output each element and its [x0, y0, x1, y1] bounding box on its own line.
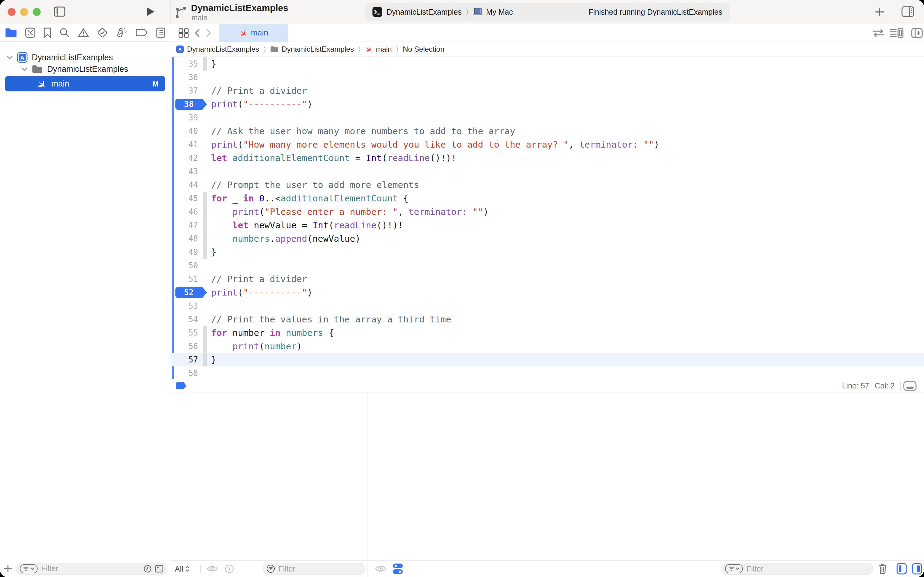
tests-navigator-icon[interactable] — [97, 27, 108, 38]
issues-navigator-icon[interactable] — [78, 28, 89, 38]
variables-view-pane[interactable] — [171, 392, 368, 560]
code-line[interactable]: 42let additionalElementCount = Int(readL… — [171, 151, 924, 165]
code-line[interactable]: 51// Print a divider — [171, 272, 924, 286]
code-line[interactable]: 56 print(number) — [171, 340, 924, 353]
adjust-editor-bar-icon[interactable] — [903, 381, 917, 391]
code-line[interactable]: 50 — [171, 259, 924, 272]
code-line[interactable]: 53 — [171, 299, 924, 313]
code-line[interactable]: 36 — [171, 71, 924, 84]
fold-ribbon[interactable] — [203, 245, 207, 259]
line-number[interactable]: 42 — [171, 151, 198, 165]
fold-ribbon[interactable] — [203, 192, 207, 205]
disclosure-chevron-icon[interactable] — [7, 55, 13, 61]
code-line[interactable]: 38print("----------") — [171, 97, 924, 111]
toggle-inspector-icon[interactable] — [901, 6, 914, 17]
line-number[interactable]: 48 — [171, 232, 198, 245]
zoom-window-button[interactable] — [33, 8, 41, 16]
line-number[interactable]: 51 — [171, 272, 198, 286]
fold-ribbon[interactable] — [203, 57, 207, 71]
go-back-icon[interactable] — [194, 28, 200, 38]
line-number[interactable]: 55 — [171, 326, 198, 340]
jumpbar-segment-file[interactable]: main — [365, 45, 392, 53]
code-line[interactable]: 41print("How many more elements would yo… — [171, 138, 924, 151]
line-number[interactable]: 54 — [171, 313, 198, 326]
reports-navigator-icon[interactable] — [156, 27, 165, 38]
related-items-icon[interactable] — [179, 28, 189, 38]
code-line[interactable]: 39 — [171, 111, 924, 124]
run-destination[interactable]: My Mac — [486, 8, 513, 16]
code-line[interactable]: 43 — [171, 165, 924, 178]
filter-icon[interactable] — [20, 564, 38, 573]
console-quicklook-eye-icon[interactable] — [375, 564, 387, 573]
fold-ribbon[interactable] — [203, 340, 207, 353]
breakpoint-flag-icon[interactable] — [176, 382, 187, 389]
variables-filter-input[interactable] — [278, 564, 361, 574]
tree-item-group[interactable]: DynamicListExamples — [0, 63, 170, 75]
find-navigator-icon[interactable] — [59, 27, 70, 38]
code-review-icon[interactable] — [872, 29, 885, 37]
project-navigator-icon[interactable] — [5, 28, 17, 38]
breakpoint-indicator[interactable]: 52 — [175, 287, 202, 298]
line-number[interactable]: 45 — [171, 192, 198, 205]
fold-ribbon[interactable] — [203, 219, 207, 232]
line-number[interactable]: 43 — [171, 165, 198, 178]
breakpoints-navigator-icon[interactable] — [136, 29, 148, 37]
console-filter-input[interactable] — [746, 564, 869, 574]
activity-status-bar[interactable]: DynamicListExamples 〉 My Mac Finished ru… — [365, 3, 730, 21]
line-number[interactable]: 46 — [171, 205, 198, 219]
line-number[interactable]: 49 — [171, 245, 198, 259]
line-number[interactable]: 35 — [171, 57, 198, 71]
disclosure-chevron-icon[interactable] — [21, 66, 27, 72]
debug-navigator-icon[interactable] — [116, 27, 128, 39]
line-number[interactable]: 57 — [171, 353, 198, 366]
tree-item-project[interactable]: A DynamicListExamples — [0, 52, 170, 63]
code-line[interactable]: 46 print("Please enter a number: ", term… — [171, 205, 924, 219]
sidebar-filter-input[interactable] — [41, 564, 140, 573]
code-line[interactable]: 48 numbers.append(newValue) — [171, 232, 924, 245]
scheme-name[interactable]: DynamicListExamples — [386, 8, 462, 16]
add-item-plus-icon[interactable] — [4, 564, 12, 573]
jumpbar-segment-selection[interactable]: No Selection — [403, 45, 444, 53]
line-number[interactable]: 56 — [171, 340, 198, 353]
minimize-window-button[interactable] — [20, 8, 28, 16]
line-number[interactable]: 58 — [171, 366, 198, 379]
tree-item-main-swift[interactable]: main M — [5, 76, 165, 91]
code-line[interactable]: 35} — [171, 57, 924, 71]
code-line[interactable]: 54// Print the values in the array a thi… — [171, 313, 924, 326]
go-forward-icon[interactable] — [205, 28, 211, 38]
add-editor-plus-icon[interactable] — [874, 7, 885, 17]
fold-ribbon[interactable] — [203, 232, 207, 245]
add-split-editor-icon[interactable] — [911, 28, 923, 38]
variables-scope-popup[interactable]: All — [175, 564, 190, 573]
clear-console-trash-icon[interactable] — [878, 564, 887, 574]
source-editor[interactable]: 35}3637// Print a divider38print("------… — [171, 57, 924, 379]
jumpbar-segment-project[interactable]: A DynamicListExamples — [176, 45, 259, 53]
code-line[interactable]: 55for number in numbers { — [171, 326, 924, 340]
code-line[interactable]: 58 — [171, 366, 924, 379]
jumpbar-segment-group[interactable]: DynamicListExamples — [270, 45, 354, 53]
line-number[interactable]: 44 — [171, 178, 198, 192]
fold-ribbon[interactable] — [203, 326, 207, 340]
line-number[interactable]: 41 — [171, 138, 198, 151]
code-line[interactable]: 40// Ask the user how many more numbers … — [171, 124, 924, 138]
code-line[interactable]: 57} — [171, 353, 924, 366]
recent-files-clock-icon[interactable] — [143, 564, 152, 573]
console-pane[interactable] — [368, 392, 924, 560]
code-line[interactable]: 47 let newValue = Int(readLine()!)! — [171, 219, 924, 232]
editor-options-icon[interactable] — [889, 28, 904, 38]
show-console-pane-icon[interactable] — [912, 563, 922, 575]
code-line[interactable]: 49} — [171, 245, 924, 259]
console-mode-toggles-icon[interactable] — [392, 563, 403, 575]
show-variables-pane-icon[interactable] — [897, 563, 907, 575]
tab-main[interactable]: main — [219, 24, 288, 42]
source-control-status-filter-icon[interactable] — [155, 565, 163, 573]
variables-filter-field[interactable] — [263, 562, 365, 575]
sidebar-filter-field[interactable] — [16, 562, 167, 575]
run-button[interactable] — [146, 7, 155, 16]
close-window-button[interactable] — [8, 8, 16, 16]
fold-ribbon[interactable] — [203, 205, 207, 219]
fold-ribbon[interactable] — [203, 353, 207, 366]
console-filter-field[interactable] — [721, 562, 873, 575]
line-number[interactable]: 39 — [171, 111, 198, 124]
line-number[interactable]: 47 — [171, 219, 198, 232]
